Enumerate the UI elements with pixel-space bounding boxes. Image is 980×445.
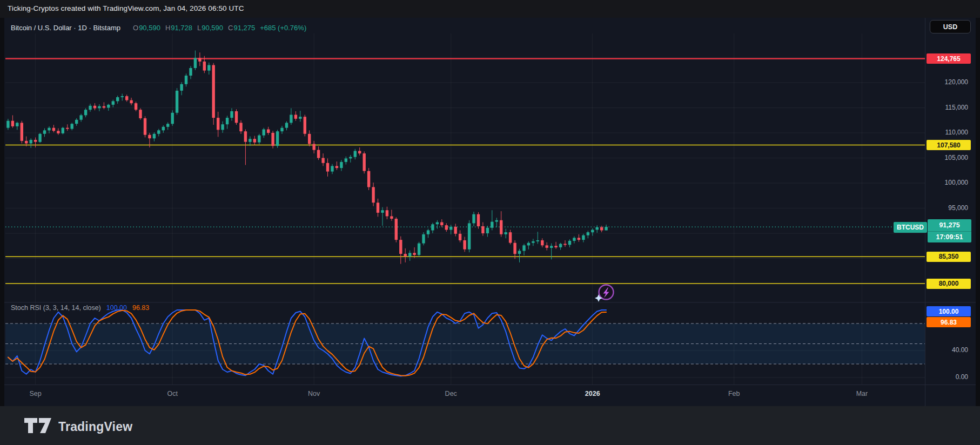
time-axis-label: Mar (844, 390, 879, 397)
footer-bar: TradingView (0, 406, 980, 445)
close-label: C (228, 24, 233, 32)
time-axis[interactable]: SepOctNovDec2026FebMar (4, 385, 976, 407)
price-scale-separator (925, 18, 925, 406)
time-axis-label: Dec (434, 390, 468, 397)
currency-toggle-button[interactable]: USD (930, 20, 971, 33)
high-label: H (165, 24, 170, 32)
low-value: 90,590 (202, 24, 223, 32)
footer-brand-text[interactable]: TradingView (58, 420, 132, 434)
attribution-bar: Ticking-Cryptos created with TradingView… (0, 0, 980, 18)
tradingview-logo-icon[interactable] (24, 417, 52, 436)
time-axis-label: 2026 (575, 390, 610, 397)
indicator-d-value: 96.83 (132, 304, 149, 312)
indicator-title[interactable]: Stoch RSI (3, 3, 14, 14, close) (11, 304, 101, 312)
low-label: L (197, 24, 201, 32)
indicator-k-value: 100.00 (106, 304, 127, 312)
candlestick-chart[interactable] (4, 18, 976, 406)
time-axis-label: Oct (155, 390, 190, 397)
time-axis-label: Sep (18, 390, 53, 397)
close-value: 91,275 (233, 24, 255, 32)
flash-marker-icon[interactable] (598, 280, 615, 297)
high-value: 91,728 (171, 24, 192, 32)
page: Ticking-Cryptos created with TradingView… (0, 0, 980, 445)
symbol-name[interactable]: Bitcoin / U.S. Dollar · 1D · Bitstamp (11, 24, 120, 32)
time-axis-label: Feb (717, 390, 751, 397)
open-value: 90,590 (139, 24, 160, 32)
time-axis-label: Nov (297, 390, 331, 397)
change-value: +685 (+0.76%) (260, 24, 306, 32)
indicator-header: Stoch RSI (3, 3, 14, 14, close) 100.00 9… (11, 304, 149, 312)
chart-header: Bitcoin / U.S. Dollar · 1D · Bitstamp O9… (11, 21, 306, 34)
chart-widget: Bitcoin / U.S. Dollar · 1D · Bitstamp O9… (4, 18, 976, 406)
open-label: O (133, 24, 138, 32)
attribution-text: Ticking-Cryptos created with TradingView… (8, 4, 244, 12)
